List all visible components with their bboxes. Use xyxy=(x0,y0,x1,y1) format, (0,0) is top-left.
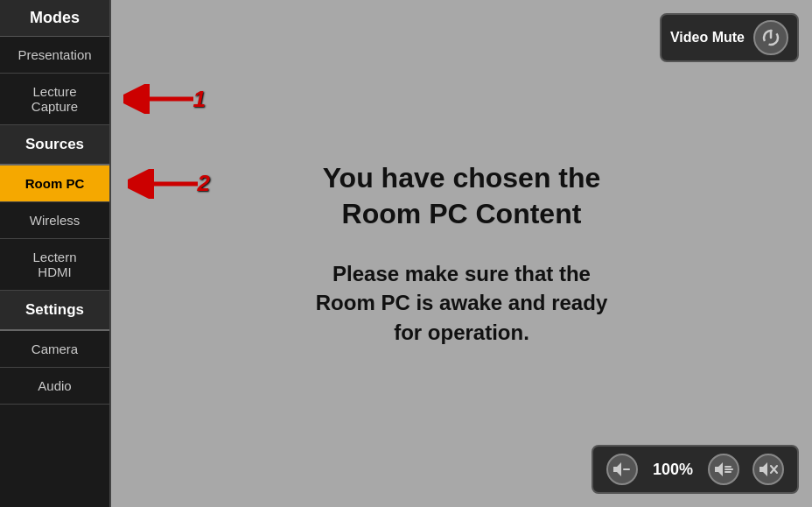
video-mute-area: Video Mute xyxy=(660,13,799,62)
subtitle-line3: for operation. xyxy=(394,320,529,344)
sidebar-item-lecture-capture[interactable]: LectureCapture 1 xyxy=(0,74,109,125)
subtitle-line2: Room PC is awake and ready xyxy=(316,291,607,314)
sidebar-item-presentation[interactable]: Presentation xyxy=(0,37,109,74)
title-line1: You have chosen the xyxy=(323,162,601,194)
video-mute-label: Video Mute xyxy=(670,30,745,46)
sidebar-item-camera[interactable]: Camera xyxy=(0,331,109,368)
sidebar-settings-header[interactable]: Settings xyxy=(0,291,109,331)
sidebar-modes-header: Modes xyxy=(0,0,109,37)
main-subtitle: Please make sure that the Room PC is awa… xyxy=(316,259,607,348)
title-line2: Room PC Content xyxy=(342,198,582,229)
sidebar-item-lectern-hdmi[interactable]: LecternHDMI xyxy=(0,239,109,291)
power-icon xyxy=(761,28,780,47)
volume-mute-icon xyxy=(759,461,778,477)
sidebar-item-room-pc[interactable]: Room PC 2 xyxy=(0,165,109,202)
sidebar-item-wireless[interactable]: Wireless xyxy=(0,202,109,239)
sidebar-item-audio[interactable]: Audio xyxy=(0,368,109,405)
svg-marker-6 xyxy=(613,462,621,476)
volume-increase-button[interactable] xyxy=(708,454,739,485)
volume-bar: 100% xyxy=(592,445,799,494)
volume-level: 100% xyxy=(651,461,695,479)
power-button[interactable] xyxy=(753,20,788,55)
volume-increase-icon xyxy=(714,461,733,477)
volume-decrease-icon xyxy=(612,461,632,477)
subtitle-line1: Please make sure that the xyxy=(332,262,591,285)
volume-decrease-button[interactable] xyxy=(606,454,638,485)
svg-marker-12 xyxy=(760,462,767,476)
sidebar: Modes Presentation LectureCapture 1 Sour… xyxy=(0,0,111,507)
main-content: Video Mute You have chosen the Room PC C… xyxy=(111,0,812,507)
svg-marker-8 xyxy=(715,462,723,476)
sidebar-sources-header[interactable]: Sources xyxy=(0,125,109,165)
volume-mute-button[interactable] xyxy=(752,454,784,485)
main-title: You have chosen the Room PC Content xyxy=(323,160,601,233)
